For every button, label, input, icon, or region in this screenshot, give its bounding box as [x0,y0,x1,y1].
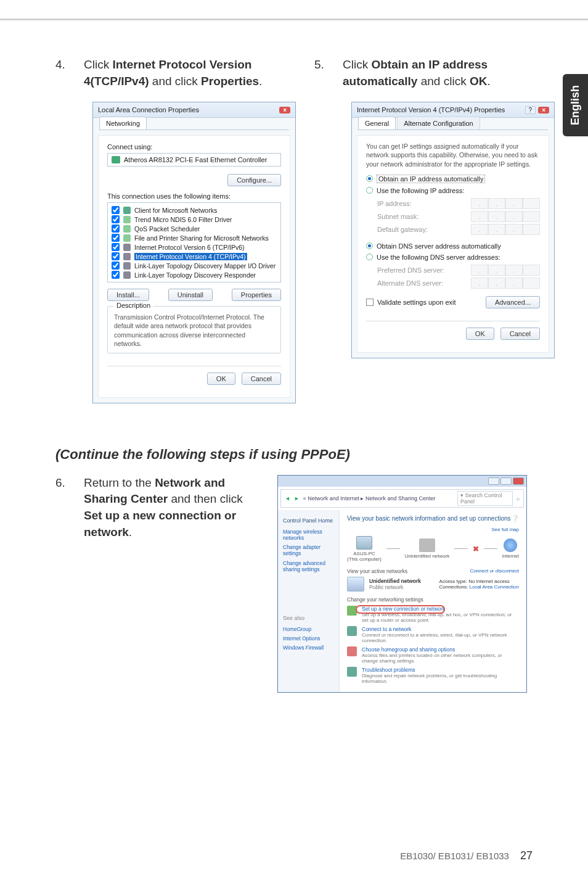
sidebar-link[interactable]: Manage wireless networks [283,529,334,541]
label: IP address: [377,200,411,207]
nic-icon [112,156,120,163]
close-icon[interactable] [513,477,524,485]
sidebar-link[interactable]: Internet Options [283,635,334,642]
protocol-icon [123,271,131,279]
checkbox[interactable] [112,234,120,242]
network-map: ASUS-PC(This computer) Unidentified netw… [347,536,519,562]
checkbox[interactable] [112,271,120,279]
blurb: You can get IP settings assigned automat… [366,142,540,168]
label: Default gateway: [377,226,428,233]
t: and click [417,75,469,88]
checkbox[interactable] [112,206,120,214]
connect-disconnect-link[interactable]: Connect or disconnect [470,568,519,574]
cancel-button[interactable]: Cancel [500,328,540,340]
dialog-titlebar: Internet Protocol Version 4 (TCP/IPv4) P… [352,102,554,118]
min-icon[interactable] [488,477,499,485]
help-icon[interactable]: ? [525,106,536,114]
group-text: Transmission Control Protocol/Internet P… [114,313,274,348]
filter-icon [123,216,131,223]
checkbox[interactable] [112,262,120,270]
label: Internet [502,553,519,559]
configure-button[interactable]: Configure... [227,174,281,186]
properties-button[interactable]: Properties [232,289,281,301]
pdns-row: Preferred DNS server:... [377,265,540,276]
map-node-net: Unidentified network [405,538,449,559]
step-5: 5. Click Obtain an IP address automatica… [314,57,555,89]
window-controls [278,476,526,487]
radio-use-dns[interactable]: Use the following DNS server addresses: [366,254,540,261]
tab-general[interactable]: General [358,117,396,130]
protocol-icon [123,253,131,260]
list-item[interactable]: QoS Packet Scheduler [110,224,278,233]
search-placeholder: Search Control Panel [460,492,502,505]
install-button[interactable]: Install... [107,289,149,301]
tab-networking[interactable]: Networking [99,117,147,130]
items-list[interactable]: Client for Microsoft Networks Trend Micr… [107,202,281,283]
radio-auto-dns[interactable]: Obtain DNS server address automatically [366,242,540,250]
sidebar-link[interactable]: HomeGroup [283,626,334,632]
close-icon[interactable]: × [538,107,549,113]
link-desc: Connect or reconnect to a wireless, wire… [362,632,519,643]
main-heading: View your basic network information and … [347,515,511,522]
dialog-title: Internet Protocol Version 4 (TCP/IPv4) P… [357,106,505,113]
list-item[interactable]: Trend Micro NDIS 6.0 Filter Driver [110,215,278,224]
sidebar-home[interactable]: Control Panel Home [283,518,334,524]
t: . [259,75,262,88]
checkbox[interactable] [112,225,120,233]
list-item[interactable]: Internet Protocol Version 6 (TCP/IPv6) [110,242,278,252]
back-icon[interactable]: ◄ [285,495,290,501]
page-footer: EB1030/ EB1031/ EB1033 27 [400,849,533,862]
checkbox[interactable] [112,252,120,260]
label: Subnet mask: [377,213,419,220]
setup-connection-link[interactable]: Set up a new connection or networkSet up… [347,606,519,623]
ok-button[interactable]: OK [466,328,494,340]
breadcrumb[interactable]: ◄ ► « Network and Internet ▸ Network and… [280,489,524,508]
homegroup-icon [347,646,357,656]
checkbox[interactable] [112,215,120,223]
list-item[interactable]: Internet Protocol Version 4 (TCP/IPv4) [110,252,278,261]
homegroup-link[interactable]: Choose homegroup and sharing optionsAcce… [347,646,519,664]
sidebar-link[interactable]: Change advanced sharing settings [283,560,334,572]
cancel-button[interactable]: Cancel [242,373,281,385]
footer-model: EB1030/ EB1031/ EB1033 [400,851,509,861]
max-icon[interactable] [500,477,512,485]
list-item[interactable]: Link-Layer Topology Discovery Mapper I/O… [110,261,278,270]
dialog-titlebar: Local Area Connection Properties × [93,102,295,118]
adns-row: Alternate DNS server:... [377,278,540,289]
see-full-map-link[interactable]: See full map [347,527,519,532]
checkbox-icon[interactable] [366,299,374,306]
search-icon[interactable]: ⌕ [517,495,520,501]
troubleshoot-link[interactable]: Troubleshoot problemsDiagnose and repair… [347,667,519,684]
list-item[interactable]: File and Printer Sharing for Microsoft N… [110,233,278,242]
fwd-icon[interactable]: ► [294,495,300,501]
sidebar-link[interactable]: Change adapter settings [283,544,334,556]
qos-icon [123,225,131,233]
connection-link[interactable]: Local Area Connection [470,584,520,590]
tab-alternate[interactable]: Alternate Configuration [397,117,480,130]
radio-label: Use the following IP address: [377,187,464,194]
connect-network-link[interactable]: Connect to a networkConnect or reconnect… [347,626,519,643]
help-icon[interactable]: ❔ [512,515,519,522]
label: Unidentified network [405,553,449,559]
checkbox[interactable] [112,243,120,251]
list-item[interactable]: Client for Microsoft Networks [110,205,278,215]
radio-icon [366,254,373,260]
network-name: Unidentified network [369,578,421,584]
sidebar-link[interactable]: Windows Firewall [283,645,334,651]
radio-auto-ip[interactable]: Obtain an IP address automatically [366,175,540,183]
advanced-button[interactable]: Advanced... [486,296,540,308]
list-item[interactable]: Link-Layer Topology Discovery Responder [110,270,278,279]
step-text: Click Internet Protocol Version 4(TCP/IP… [84,57,296,89]
checkbox-label: Validate settings upon exit [377,299,456,306]
search-input[interactable]: ▾ Search Control Panel [457,491,513,506]
network-icon [347,577,364,592]
ok-button[interactable]: OK [207,373,235,385]
radio-use-ip[interactable]: Use the following IP address: [366,187,540,194]
setup-icon [347,606,357,616]
close-icon[interactable]: × [279,107,290,113]
step-num: 6. [55,475,69,540]
uninstall-button[interactable]: Uninstall [168,289,213,301]
validate-checkbox-row[interactable]: Validate settings upon exit [366,299,456,306]
step-num: 4. [55,57,69,89]
label: Alternate DNS server: [377,279,443,287]
